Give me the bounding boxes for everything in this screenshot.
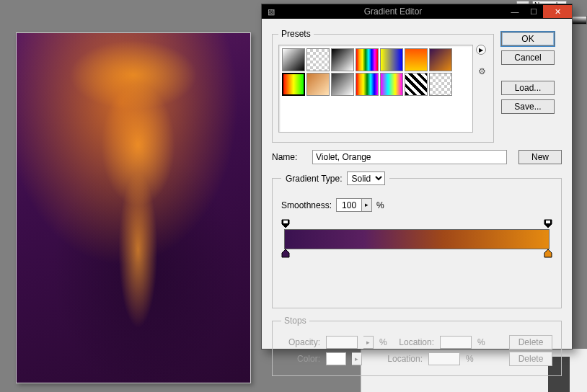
dialog-title: Gradient Editor xyxy=(281,6,506,17)
preset-swatch[interactable] xyxy=(356,48,379,71)
ps-icon: ▧ xyxy=(262,4,281,19)
load-button[interactable]: Load... xyxy=(501,81,555,95)
gradient-type-select[interactable]: Solid xyxy=(347,172,385,185)
color-stop-right[interactable] xyxy=(544,249,552,258)
gradient-editor-dialog: ▧ Gradient Editor — ☐ ✕ Presets ▶ ⚙ xyxy=(261,4,573,349)
preset-swatch[interactable] xyxy=(405,73,428,96)
svg-marker-4 xyxy=(282,249,289,257)
name-input[interactable] xyxy=(312,150,507,164)
opacity-location-input xyxy=(440,336,472,349)
opacity-delete-button: Delete xyxy=(509,335,552,349)
opacity-caret-icon: ▸ xyxy=(363,336,374,349)
color-location-label: Location: xyxy=(384,354,423,364)
titlebar[interactable]: ▧ Gradient Editor — ☐ ✕ xyxy=(262,4,572,19)
gradient-type-fieldset: Gradient Type: Solid Smoothness: ▸ % xyxy=(272,172,562,308)
preset-swatch[interactable] xyxy=(282,48,305,71)
color-label: Color: xyxy=(281,354,320,364)
smoothness-input[interactable] xyxy=(336,198,362,212)
preset-swatch[interactable] xyxy=(306,48,330,71)
gradient-bar[interactable] xyxy=(284,229,550,249)
color-stop-swatch xyxy=(326,352,346,365)
minimize-button[interactable]: — xyxy=(506,4,524,19)
color-location-input xyxy=(428,352,460,365)
preset-swatch[interactable] xyxy=(405,48,428,71)
color-loc-pct: % xyxy=(466,354,476,364)
opacity-loc-pct: % xyxy=(477,337,487,347)
close-button[interactable]: ✕ xyxy=(543,5,572,18)
opacity-stop-left[interactable] xyxy=(281,219,290,228)
color-delete-button: Delete xyxy=(509,352,552,366)
pct-label: % xyxy=(376,200,384,210)
preset-swatch[interactable] xyxy=(380,48,403,71)
preset-swatch[interactable] xyxy=(331,73,354,96)
opacity-stop-right[interactable] xyxy=(544,219,552,228)
button-column: OK Cancel Load... Save... xyxy=(501,29,555,143)
opacity-location-label: Location: xyxy=(395,337,434,347)
name-label: Name: xyxy=(272,152,305,162)
opacity-input xyxy=(326,336,358,349)
svg-marker-5 xyxy=(544,249,552,257)
maximize-button[interactable]: ☐ xyxy=(524,4,543,19)
cancel-button[interactable]: Cancel xyxy=(501,50,555,65)
smoothness-label: Smoothness: xyxy=(281,200,332,210)
presets-gear-icon[interactable]: ⚙ xyxy=(478,66,486,76)
preset-swatch[interactable] xyxy=(429,73,452,96)
duotone-preview xyxy=(17,33,250,383)
presets-legend: Presets xyxy=(278,29,314,39)
preset-swatch[interactable] xyxy=(306,73,330,96)
ok-button[interactable]: OK xyxy=(501,32,555,46)
svg-rect-1 xyxy=(283,220,288,223)
color-stop-left[interactable] xyxy=(281,249,290,258)
smoothness-flyout-icon[interactable]: ▸ xyxy=(362,198,372,212)
preset-swatch[interactable] xyxy=(331,48,354,71)
new-button[interactable]: New xyxy=(518,150,562,164)
preset-swatch[interactable] xyxy=(282,73,305,96)
stops-legend: Stops xyxy=(281,316,309,326)
color-caret-icon: ▸ xyxy=(352,352,362,365)
opacity-label: Opacity: xyxy=(281,337,320,347)
preset-swatch[interactable] xyxy=(380,73,403,96)
preset-swatch[interactable] xyxy=(429,48,452,71)
svg-rect-3 xyxy=(546,220,550,223)
opacity-pct: % xyxy=(379,337,389,347)
presets-flyout-icon[interactable]: ▶ xyxy=(476,45,486,55)
gradient-type-label: Gradient Type: xyxy=(286,174,343,184)
save-button[interactable]: Save... xyxy=(501,99,555,114)
gradient-preview-editor[interactable] xyxy=(284,219,550,258)
preset-swatch[interactable] xyxy=(356,73,379,96)
canvas-image[interactable] xyxy=(16,32,251,383)
presets-fieldset: Presets ▶ ⚙ xyxy=(272,29,494,143)
presets-grid xyxy=(278,45,473,133)
stops-fieldset: Stops Opacity: ▸ % Location: % Delete Co… xyxy=(272,316,562,376)
